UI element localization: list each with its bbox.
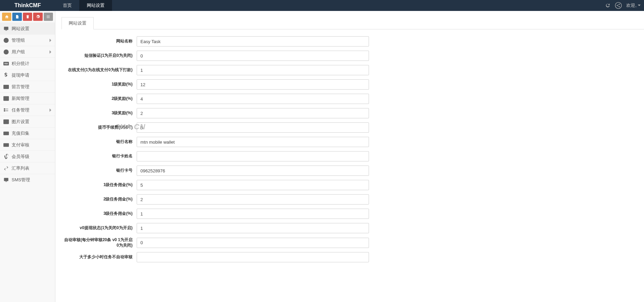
form-label: 自动审核(每分钟审核20条 v0 1为开启 0为关闭)	[61, 237, 137, 248]
user-circle-icon	[3, 49, 9, 55]
form-label: 2级奖励(%)	[61, 96, 137, 102]
form-input-6[interactable]	[137, 122, 369, 133]
sidebar-item-label: 汇率列表	[12, 165, 52, 171]
sidebar-item-3[interactable]: VISA积分统计	[0, 57, 55, 69]
sidebar-item-13[interactable]: SMS管理	[0, 174, 55, 185]
form-input-2[interactable]	[137, 65, 369, 75]
form-row-9: 银行卡号	[61, 166, 644, 176]
sidebar-item-8[interactable]: 图片设置	[0, 116, 55, 127]
brand: ThinkCMF	[0, 0, 55, 11]
file-icon	[15, 15, 19, 19]
form-label: 1级奖励(%)	[61, 82, 137, 87]
form-input-11[interactable]	[137, 194, 369, 205]
form-input-5[interactable]	[137, 108, 369, 118]
page-tab-site-settings[interactable]: 网站设置	[61, 17, 94, 29]
form-input-10[interactable]	[137, 180, 369, 190]
form-label: v0提现状态(1为关闭0为开启)	[61, 225, 137, 231]
image-icon	[3, 119, 9, 124]
chevron-right-icon	[49, 38, 52, 42]
chevron-down-icon	[638, 4, 641, 7]
form-label: 短信验证(1为开启0为关闭)	[61, 53, 137, 58]
form-label: 网站名称	[61, 39, 137, 44]
toolbar-file-button[interactable]	[12, 13, 22, 21]
envelope-icon	[3, 84, 9, 90]
form-input-3[interactable]	[137, 79, 369, 90]
nav-tabs: 首页 网站设置	[55, 0, 112, 11]
sidebar-item-4[interactable]: 提现申请	[0, 69, 55, 81]
svg-rect-17	[4, 143, 9, 146]
form-input-7[interactable]	[137, 137, 369, 147]
form-row-1: 短信验证(1为开启0为关闭)	[61, 51, 644, 61]
form-input-14[interactable]	[137, 238, 369, 248]
form-input-1[interactable]	[137, 51, 369, 61]
form-input-0[interactable]	[137, 36, 369, 47]
sidebar-item-2[interactable]: 用户组	[0, 46, 55, 57]
form-input-8[interactable]	[137, 151, 369, 161]
form-label: 银行卡号	[61, 168, 137, 173]
form-input-9[interactable]	[137, 166, 369, 176]
sidebar-item-7[interactable]: 任务管理	[0, 104, 55, 116]
form-row-2: 在线支付(1为在线支付0为线下打款)	[61, 65, 644, 75]
sidebar-item-11[interactable]: 会员等级	[0, 150, 55, 162]
form-label: 3级奖励(%)	[61, 110, 137, 116]
sidebar-item-12[interactable]: 汇率列表	[0, 162, 55, 174]
form-label: 1级任务佣金(%)	[61, 182, 137, 188]
svg-point-0	[615, 2, 621, 9]
tasks-icon	[3, 107, 9, 113]
settings-form: 网站名称短信验证(1为开启0为关闭)在线支付(1为在线支付0为线下打款)1级奖励…	[61, 36, 644, 262]
sidebar-item-6[interactable]: 新闻管理	[0, 92, 55, 104]
trash-icon	[26, 15, 30, 19]
nav-tab-home[interactable]: 首页	[55, 0, 79, 11]
sidebar-item-1[interactable]: 管理组	[0, 34, 55, 46]
form-row-12: 3级任务佣金(%)	[61, 209, 644, 219]
form-input-12[interactable]	[137, 209, 369, 219]
toolbar-list-button[interactable]	[44, 13, 53, 21]
form-row-7: 银行名称	[61, 137, 644, 147]
card-icon	[3, 142, 9, 148]
news-icon	[3, 96, 9, 101]
visa-icon: VISA	[3, 61, 9, 66]
dollar-icon	[3, 73, 9, 78]
sidebar-item-label: 留言管理	[12, 84, 52, 90]
refresh-icon[interactable]	[605, 3, 611, 8]
svg-point-8	[5, 51, 7, 52]
form-row-4: 2级奖励(%)	[61, 94, 644, 104]
sidebar: 网站设置管理组用户组VISA积分统计提现申请留言管理新闻管理任务管理图片设置充值…	[0, 11, 55, 302]
form-row-14: 自动审核(每分钟审核20条 v0 1为开启 0为关闭)	[61, 237, 644, 248]
svg-point-6	[5, 39, 7, 40]
sidebar-item-label: 充值归集	[12, 130, 52, 136]
form-row-3: 1级奖励(%)	[61, 79, 644, 90]
sidebar-item-label: 新闻管理	[12, 95, 52, 102]
svg-text:VISA: VISA	[4, 63, 9, 65]
sidebar-item-label: 管理组	[12, 37, 49, 43]
toolbar-home-button[interactable]	[2, 13, 11, 21]
form-input-4[interactable]	[137, 94, 369, 104]
share-icon[interactable]	[615, 2, 622, 9]
sidebar-item-0[interactable]: 网站设置	[0, 23, 55, 34]
form-label: 银行卡姓名	[61, 154, 137, 159]
sidebar-item-9[interactable]: 充值归集	[0, 127, 55, 139]
sidebar-item-label: 图片设置	[12, 119, 52, 125]
top-navbar: ThinkCMF 首页 网站设置 欢迎,	[0, 0, 644, 11]
vine-icon	[3, 154, 9, 159]
welcome-dropdown[interactable]: 欢迎,	[626, 2, 641, 9]
sidebar-item-label: 会员等级	[12, 154, 52, 160]
sidebar-item-5[interactable]: 留言管理	[0, 81, 55, 92]
form-input-13[interactable]	[137, 223, 369, 233]
sidebar-item-10[interactable]: 支付审核	[0, 139, 55, 150]
navbar-right: 欢迎,	[605, 2, 644, 9]
main-content: 3KA.CN 网站设置 网站名称短信验证(1为开启0为关闭)在线支付(1为在线支…	[55, 11, 644, 302]
gear-icon	[36, 15, 40, 19]
form-label: 提币手续费(USDT)	[61, 125, 137, 130]
exchange-icon	[3, 166, 9, 171]
page-tabs: 网站设置	[61, 17, 644, 29]
form-input-15[interactable]	[137, 252, 369, 262]
toolbar-gear-button[interactable]	[33, 13, 42, 21]
svg-rect-18	[4, 178, 8, 181]
toolbar-trash-button[interactable]	[23, 13, 32, 21]
sidebar-item-label: 积分统计	[12, 61, 52, 67]
form-label: 3级任务佣金(%)	[61, 211, 137, 216]
form-label: 在线支付(1为在线支付0为线下打款)	[61, 67, 137, 73]
nav-tab-site-settings[interactable]: 网站设置	[79, 0, 112, 11]
svg-rect-4	[4, 27, 8, 29]
